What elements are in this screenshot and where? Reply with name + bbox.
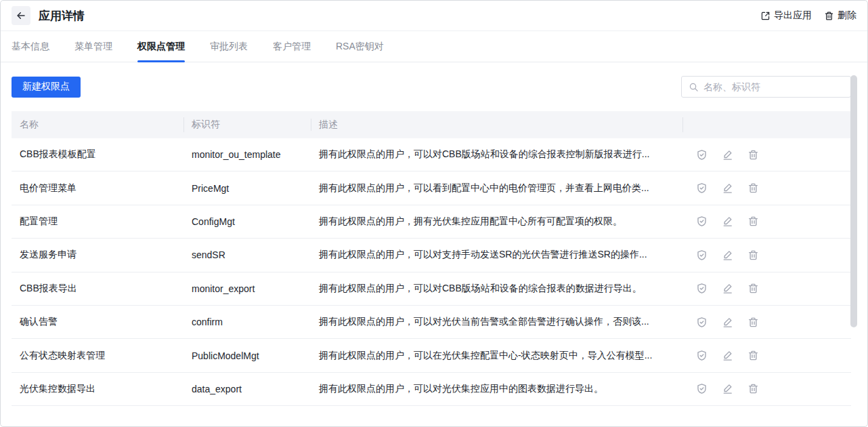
delete-icon[interactable]: [747, 283, 759, 294]
row-actions: [682, 283, 851, 294]
table-row: 确认告警 confirm 拥有此权限点的用户，可以对光伏当前告警或全部告警进行确…: [12, 306, 851, 339]
table-row: 公有状态映射表管理 PublicModelMgt 拥有此权限点的用户，可以在光伏…: [12, 339, 851, 372]
shield-check-icon[interactable]: [696, 350, 708, 361]
edit-icon[interactable]: [722, 249, 733, 261]
permission-name: 光伏集控数据导出: [12, 383, 183, 395]
table-row: CBB报表导出 monitor_export 拥有此权限点的用户，可以对CBB版…: [12, 272, 851, 306]
permission-name: CBB报表导出: [12, 283, 183, 295]
page-title: 应用详情: [39, 8, 85, 24]
permission-identifier: monitor_ou_template: [183, 149, 311, 160]
tab-content: 新建权限点 名称 标识符 描述 CBB报表模板配置 monitor_ou_tem…: [1, 62, 867, 406]
tab-menu-management[interactable]: 菜单管理: [74, 31, 112, 62]
trash-icon: [824, 11, 834, 21]
permission-description: 拥有此权限点的用户，拥有光伏集控应用配置中心所有可配置项的权限。: [311, 216, 682, 228]
permission-name: 配置管理: [12, 216, 183, 228]
edit-icon[interactable]: [722, 149, 733, 161]
shield-check-icon[interactable]: [696, 283, 708, 294]
permission-description: 拥有此权限点的用户，可以对CBB版场站和设备的综合报表控制新版报表进行...: [311, 148, 682, 161]
permission-identifier: monitor_export: [183, 283, 311, 294]
delete-icon[interactable]: [747, 249, 759, 261]
table-row: CBB报表模板配置 monitor_ou_template 拥有此权限点的用户，…: [12, 138, 851, 171]
edit-icon[interactable]: [722, 383, 733, 394]
table-row: 配置管理 ConfigMgt 拥有此权限点的用户，拥有光伏集控应用配置中心所有可…: [12, 205, 851, 239]
export-app-button[interactable]: 导出应用: [760, 9, 812, 22]
permission-name: 确认告警: [12, 316, 183, 328]
permission-name: 公有状态映射表管理: [12, 350, 183, 362]
row-actions: [682, 249, 851, 261]
permission-name: CBB报表模板配置: [12, 148, 183, 161]
shield-check-icon[interactable]: [696, 249, 708, 261]
search-input[interactable]: [703, 81, 844, 92]
shield-check-icon[interactable]: [696, 383, 708, 394]
search-box[interactable]: [681, 76, 851, 98]
column-header-name: 名称: [12, 119, 183, 131]
permission-description: 拥有此权限点的用户，可以在光伏集控配置中心-状态映射页中，导入公有模型...: [311, 350, 682, 362]
row-actions: [682, 317, 851, 328]
table-header-row: 名称 标识符 描述: [12, 111, 851, 138]
column-header-description: 描述: [311, 119, 682, 131]
permission-identifier: data_export: [183, 384, 311, 394]
delete-icon[interactable]: [747, 216, 759, 227]
row-actions: [682, 350, 851, 361]
permission-description: 拥有此权限点的用户，可以对光伏当前告警或全部告警进行确认操作，否则该...: [311, 316, 682, 328]
edit-icon[interactable]: [722, 350, 733, 361]
vertical-scrollbar[interactable]: [850, 75, 857, 327]
tab-basic-info[interactable]: 基本信息: [12, 31, 49, 62]
tab-bar: 基本信息 菜单管理 权限点管理 审批列表 客户管理 RSA密钥对: [1, 31, 867, 62]
row-actions: [682, 216, 851, 227]
export-icon: [760, 11, 771, 21]
permission-name: 电价管理菜单: [12, 182, 183, 195]
table-row: 光伏集控数据导出 data_export 拥有此权限点的用户，可以对光伏集控应用…: [12, 373, 851, 406]
permission-identifier: sendSR: [183, 249, 311, 260]
toolbar: 新建权限点: [12, 76, 851, 98]
delete-icon[interactable]: [747, 317, 759, 328]
delete-icon[interactable]: [747, 350, 759, 361]
table-row: 电价管理菜单 PriceMgt 拥有此权限点的用户，可以看到配置中心中的电价管理…: [12, 171, 851, 205]
application-details-page: 应用详情 导出应用 删除 基本信息 菜单管理 权限点管理 审批列表 客户管理 R…: [0, 0, 868, 427]
tab-rsa-keypair[interactable]: RSA密钥对: [336, 31, 384, 62]
export-app-label: 导出应用: [774, 9, 812, 22]
permission-description: 拥有此权限点的用户，可以对CBB版场站和设备的综合报表的数据进行导出。: [311, 283, 682, 295]
permission-points-table: 名称 标识符 描述 CBB报表模板配置 monitor_ou_template …: [12, 111, 851, 406]
delete-icon[interactable]: [747, 182, 759, 194]
permission-name: 发送服务申请: [12, 249, 183, 261]
tab-customer-management[interactable]: 客户管理: [273, 31, 311, 62]
delete-icon[interactable]: [747, 383, 759, 394]
permission-description: 拥有此权限点的用户，可以对光伏集控应用中的图表数据进行导出。: [311, 383, 682, 395]
row-actions: [682, 149, 851, 161]
search-icon: [689, 82, 699, 92]
permission-description: 拥有此权限点的用户，可以看到配置中心中的电价管理页，并查看上网电价类...: [311, 182, 682, 195]
permission-identifier: PriceMgt: [183, 183, 311, 194]
new-permission-point-button[interactable]: 新建权限点: [12, 77, 81, 98]
arrow-left-icon: [16, 10, 26, 21]
edit-icon[interactable]: [722, 216, 733, 227]
row-actions: [682, 182, 851, 194]
column-header-identifier: 标识符: [183, 119, 311, 131]
shield-check-icon[interactable]: [696, 317, 708, 328]
tab-approval-list[interactable]: 审批列表: [210, 31, 248, 62]
table-row: 发送服务申请 sendSR 拥有此权限点的用户，可以对支持手动发送SR的光伏告警…: [12, 239, 851, 272]
permission-identifier: ConfigMgt: [183, 216, 311, 227]
shield-check-icon[interactable]: [696, 216, 708, 227]
shield-check-icon[interactable]: [696, 182, 708, 194]
delete-app-button[interactable]: 删除: [824, 9, 856, 22]
tab-permission-points[interactable]: 权限点管理: [137, 31, 185, 62]
permission-identifier: confirm: [183, 317, 311, 327]
top-bar-actions: 导出应用 删除: [760, 9, 856, 22]
edit-icon[interactable]: [722, 182, 733, 194]
row-actions: [682, 383, 851, 394]
top-bar: 应用详情 导出应用 删除: [1, 1, 867, 31]
permission-description: 拥有此权限点的用户，可以对支持手动发送SR的光伏告警进行推送SR的操作...: [311, 249, 682, 261]
permission-identifier: PublicModelMgt: [183, 350, 311, 361]
delete-icon[interactable]: [747, 149, 759, 161]
edit-icon[interactable]: [722, 317, 733, 328]
delete-app-label: 删除: [838, 9, 856, 22]
edit-icon[interactable]: [722, 283, 733, 294]
back-button[interactable]: [12, 6, 30, 25]
shield-check-icon[interactable]: [696, 149, 708, 161]
